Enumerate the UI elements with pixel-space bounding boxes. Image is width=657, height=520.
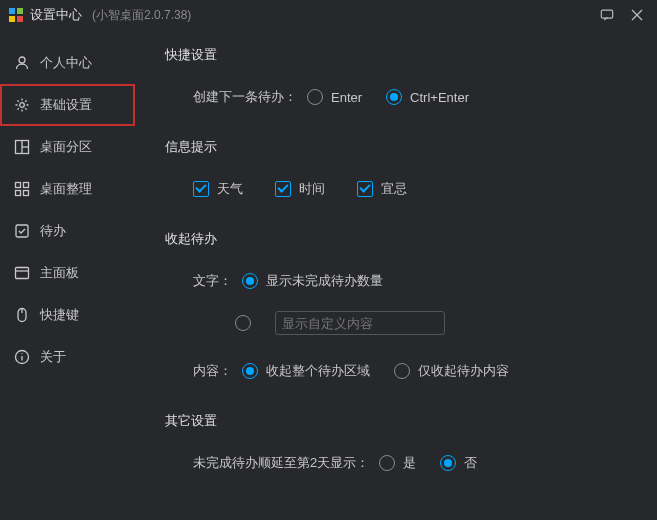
svg-rect-16 <box>16 225 28 237</box>
feedback-button[interactable] <box>595 3 619 27</box>
radio-label: Ctrl+Enter <box>410 90 469 105</box>
sidebar-item-desktop-zones[interactable]: 桌面分区 <box>0 126 135 168</box>
svg-point-23 <box>21 353 22 354</box>
section-quick-settings: 快捷设置 创建下一条待办： Enter Ctrl+Enter <box>165 46 647 112</box>
gear-icon <box>14 97 30 113</box>
checkbox-label: 宜忌 <box>381 180 407 198</box>
svg-rect-3 <box>17 16 23 22</box>
section-info-tips: 信息提示 天气 时间 宜忌 <box>165 138 647 204</box>
radio-label: 否 <box>464 454 477 472</box>
section-other: 其它设置 未完成待办顺延至第2天显示： 是 否 <box>165 412 647 478</box>
todo-icon <box>14 223 30 239</box>
user-icon <box>14 55 30 71</box>
main-content: 快捷设置 创建下一条待办： Enter Ctrl+Enter 信息提示 <box>135 30 657 520</box>
svg-rect-1 <box>17 8 23 14</box>
checkbox-label: 时间 <box>299 180 325 198</box>
grid-icon <box>14 139 30 155</box>
checkbox-label: 天气 <box>217 180 243 198</box>
radio-collapse-whole[interactable]: 收起整个待办区域 <box>242 362 370 380</box>
titlebar: 设置中心 (小智桌面2.0.7.38) <box>0 0 657 30</box>
app-logo-icon <box>8 7 24 23</box>
radio-label: 是 <box>403 454 416 472</box>
radio-label: 显示未完成待办数量 <box>266 272 383 290</box>
checkbox-weather[interactable]: 天气 <box>193 180 243 198</box>
radio-collapse-content-only[interactable]: 仅收起待办内容 <box>394 362 509 380</box>
svg-rect-15 <box>24 191 29 196</box>
radio-show-count[interactable]: 显示未完成待办数量 <box>242 272 383 290</box>
window-subtitle: (小智桌面2.0.7.38) <box>92 7 191 24</box>
sidebar-item-label: 关于 <box>40 348 66 366</box>
svg-point-7 <box>19 57 25 63</box>
radio-ctrl-enter[interactable]: Ctrl+Enter <box>386 89 469 105</box>
section-title: 其它设置 <box>165 412 647 430</box>
sidebar-item-basic-settings[interactable]: 基础设置 <box>0 84 135 126</box>
window-title: 设置中心 <box>30 6 82 24</box>
svg-rect-12 <box>16 183 21 188</box>
sidebar-item-label: 快捷键 <box>40 306 79 324</box>
sidebar-item-label: 桌面整理 <box>40 180 92 198</box>
svg-rect-13 <box>24 183 29 188</box>
mouse-icon <box>14 307 30 323</box>
text-mode-label: 文字： <box>193 272 232 290</box>
radio-label: 仅收起待办内容 <box>418 362 509 380</box>
delay-label: 未完成待办顺延至第2天显示： <box>193 454 369 472</box>
sidebar-item-label: 主面板 <box>40 264 79 282</box>
sidebar-item-todo[interactable]: 待办 <box>0 210 135 252</box>
svg-rect-17 <box>16 268 29 279</box>
radio-delay-yes[interactable]: 是 <box>379 454 416 472</box>
radio-label: 收起整个待办区域 <box>266 362 370 380</box>
sidebar-item-shortcuts[interactable]: 快捷键 <box>0 294 135 336</box>
sidebar-item-profile[interactable]: 个人中心 <box>0 42 135 84</box>
sidebar-item-label: 待办 <box>40 222 66 240</box>
checkbox-time[interactable]: 时间 <box>275 180 325 198</box>
sidebar-item-main-panel[interactable]: 主面板 <box>0 252 135 294</box>
close-button[interactable] <box>625 3 649 27</box>
radio-show-custom[interactable] <box>235 315 251 331</box>
section-title: 收起待办 <box>165 230 647 248</box>
dashboard-icon <box>14 181 30 197</box>
section-title: 快捷设置 <box>165 46 647 64</box>
radio-label: Enter <box>331 90 362 105</box>
info-icon <box>14 349 30 365</box>
create-next-label: 创建下一条待办： <box>193 88 297 106</box>
radio-enter[interactable]: Enter <box>307 89 362 105</box>
content-mode-label: 内容： <box>193 362 232 380</box>
sidebar-item-label: 桌面分区 <box>40 138 92 156</box>
checkbox-yiji[interactable]: 宜忌 <box>357 180 407 198</box>
svg-rect-14 <box>16 191 21 196</box>
sidebar-item-label: 基础设置 <box>40 96 92 114</box>
svg-rect-4 <box>601 10 612 18</box>
radio-delay-no[interactable]: 否 <box>440 454 477 472</box>
svg-rect-0 <box>9 8 15 14</box>
sidebar-item-desktop-organize[interactable]: 桌面整理 <box>0 168 135 210</box>
section-title: 信息提示 <box>165 138 647 156</box>
section-collapse-todo: 收起待办 文字： 显示未完成待办数量 内容： <box>165 230 647 386</box>
sidebar: 个人中心 基础设置 桌面分区 桌面整理 <box>0 30 135 520</box>
sidebar-item-about[interactable]: 关于 <box>0 336 135 378</box>
panel-icon <box>14 265 30 281</box>
custom-text-input[interactable] <box>275 311 445 335</box>
svg-point-8 <box>20 103 25 108</box>
svg-rect-2 <box>9 16 15 22</box>
sidebar-item-label: 个人中心 <box>40 54 92 72</box>
